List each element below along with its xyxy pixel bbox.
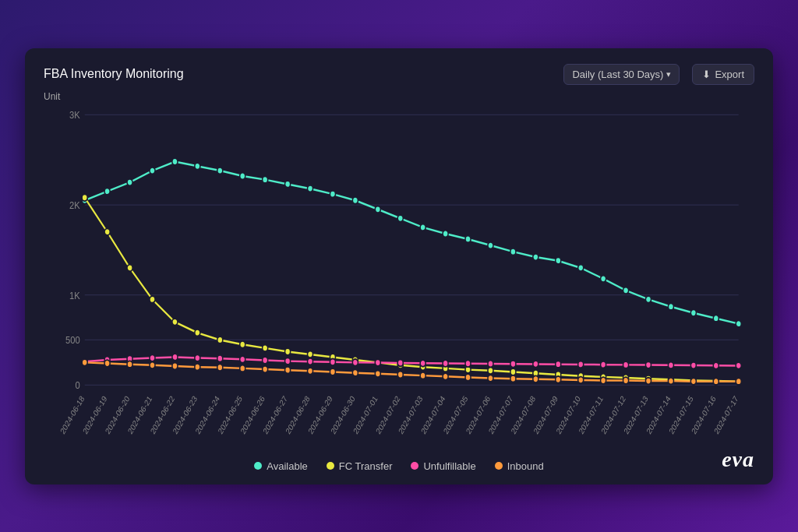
svg-point-139 bbox=[285, 366, 291, 373]
svg-point-46 bbox=[217, 167, 223, 174]
eva-logo: eva bbox=[722, 447, 754, 472]
svg-point-88 bbox=[488, 367, 493, 374]
svg-point-114 bbox=[397, 359, 403, 366]
legend-label: Unfulfillable bbox=[423, 460, 475, 472]
svg-point-54 bbox=[397, 215, 403, 222]
svg-point-44 bbox=[172, 158, 178, 165]
export-button[interactable]: ⬇ Export bbox=[692, 64, 754, 85]
svg-point-49 bbox=[285, 181, 291, 188]
svg-point-119 bbox=[510, 360, 516, 367]
svg-point-59 bbox=[510, 248, 516, 255]
line-chart: 05001K2K3K2024-06-182024-06-192024-06-20… bbox=[44, 105, 754, 453]
svg-point-128 bbox=[713, 361, 719, 368]
svg-point-78 bbox=[263, 344, 268, 351]
svg-point-43 bbox=[150, 167, 155, 174]
chart-title: FBA Inventory Monitoring bbox=[44, 67, 184, 81]
legend-dot bbox=[495, 462, 503, 470]
svg-text:3K: 3K bbox=[69, 109, 80, 121]
svg-point-143 bbox=[375, 370, 380, 377]
svg-point-146 bbox=[443, 372, 448, 379]
svg-point-157 bbox=[690, 378, 696, 385]
svg-point-126 bbox=[668, 361, 673, 368]
legend-dot bbox=[254, 462, 262, 470]
svg-point-147 bbox=[465, 374, 471, 381]
svg-point-47 bbox=[240, 172, 245, 179]
legend-label: Inbound bbox=[507, 460, 544, 472]
svg-point-127 bbox=[690, 361, 696, 368]
svg-point-53 bbox=[375, 206, 380, 213]
svg-point-123 bbox=[601, 361, 606, 368]
svg-point-79 bbox=[285, 348, 291, 355]
chart-card: FBA Inventory Monitoring Daily (Last 30 … bbox=[25, 48, 773, 484]
legend-label: Available bbox=[267, 460, 308, 472]
chart-header: FBA Inventory Monitoring Daily (Last 30 … bbox=[44, 64, 754, 85]
svg-point-76 bbox=[217, 336, 223, 344]
svg-point-77 bbox=[240, 340, 245, 347]
svg-point-74 bbox=[172, 319, 178, 326]
svg-point-63 bbox=[601, 275, 606, 282]
svg-point-121 bbox=[556, 361, 561, 368]
svg-point-64 bbox=[623, 287, 629, 294]
chevron-down-icon: ▾ bbox=[666, 69, 671, 79]
legend-item-available: Available bbox=[254, 460, 308, 472]
legend-item-unfulfillable: Unfulfillable bbox=[411, 460, 475, 472]
svg-text:0: 0 bbox=[75, 379, 79, 391]
svg-point-129 bbox=[736, 362, 741, 369]
svg-point-55 bbox=[420, 224, 425, 231]
svg-point-41 bbox=[104, 188, 110, 195]
svg-point-106 bbox=[217, 354, 223, 361]
svg-point-113 bbox=[375, 359, 380, 366]
svg-point-137 bbox=[240, 365, 245, 372]
svg-point-136 bbox=[217, 364, 223, 371]
svg-point-108 bbox=[263, 357, 268, 364]
svg-point-52 bbox=[352, 196, 358, 203]
svg-point-153 bbox=[601, 377, 606, 384]
svg-text:1K: 1K bbox=[69, 289, 80, 301]
svg-point-67 bbox=[690, 309, 696, 316]
svg-point-138 bbox=[263, 365, 268, 372]
svg-point-141 bbox=[330, 368, 335, 375]
svg-point-145 bbox=[420, 372, 425, 379]
svg-point-104 bbox=[172, 354, 178, 361]
svg-point-155 bbox=[645, 377, 651, 384]
svg-text:500: 500 bbox=[65, 334, 80, 346]
legend-item-inbound: Inbound bbox=[495, 460, 544, 472]
svg-point-151 bbox=[556, 376, 561, 383]
period-label: Daily (Last 30 Days) bbox=[572, 69, 663, 80]
svg-point-56 bbox=[443, 230, 448, 237]
svg-point-48 bbox=[263, 176, 268, 183]
svg-point-72 bbox=[127, 264, 132, 271]
legend-label: FC Transfer bbox=[339, 460, 393, 472]
svg-point-133 bbox=[150, 361, 155, 368]
chart-area: Unit 05001K2K3K2024-06-182024-06-192024-… bbox=[44, 91, 754, 453]
svg-point-142 bbox=[352, 369, 358, 376]
svg-point-115 bbox=[420, 359, 425, 366]
svg-point-132 bbox=[127, 361, 132, 368]
svg-point-71 bbox=[104, 228, 110, 235]
svg-point-65 bbox=[645, 296, 651, 303]
svg-point-70 bbox=[82, 194, 87, 201]
download-icon: ⬇ bbox=[702, 69, 711, 80]
svg-point-110 bbox=[307, 358, 312, 365]
svg-point-152 bbox=[578, 376, 584, 383]
svg-point-124 bbox=[623, 361, 629, 368]
svg-point-159 bbox=[736, 378, 741, 385]
svg-point-105 bbox=[195, 354, 200, 361]
svg-point-107 bbox=[240, 355, 245, 362]
svg-point-112 bbox=[352, 359, 358, 366]
y-axis-label: Unit bbox=[44, 91, 754, 102]
svg-point-73 bbox=[150, 296, 155, 303]
export-label: Export bbox=[715, 69, 744, 80]
period-selector[interactable]: Daily (Last 30 Days) ▾ bbox=[563, 64, 680, 85]
svg-point-66 bbox=[668, 303, 673, 310]
svg-point-58 bbox=[488, 241, 493, 248]
svg-point-45 bbox=[195, 162, 200, 169]
svg-point-57 bbox=[465, 235, 471, 242]
svg-point-118 bbox=[488, 360, 493, 367]
svg-point-140 bbox=[307, 368, 312, 375]
svg-point-125 bbox=[645, 361, 651, 368]
chart-container: 05001K2K3K2024-06-182024-06-192024-06-20… bbox=[44, 105, 754, 453]
legend-dot bbox=[411, 462, 418, 470]
svg-point-131 bbox=[104, 360, 110, 367]
svg-point-122 bbox=[578, 361, 584, 368]
